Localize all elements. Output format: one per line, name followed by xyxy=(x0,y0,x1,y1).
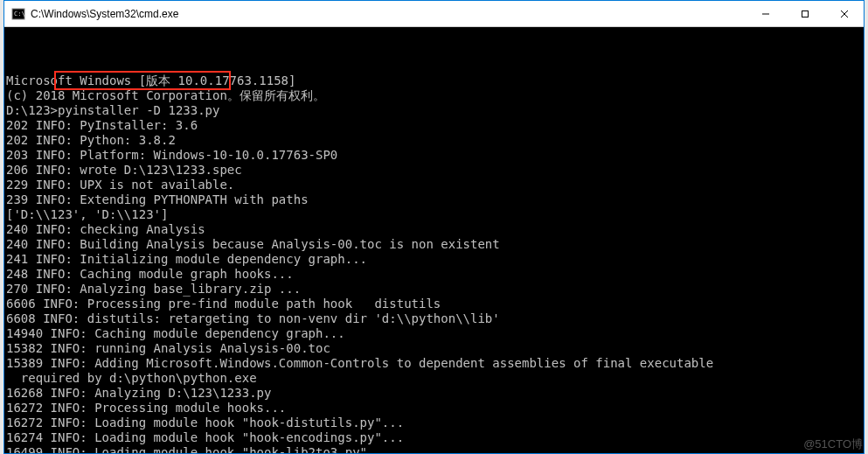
prompt-command: pyinstaller -D 1233.py xyxy=(58,103,219,118)
console-line: ['D:\\123', 'D:\\123'] xyxy=(4,207,864,222)
titlebar[interactable]: C:\ C:\Windows\System32\cmd.exe xyxy=(4,1,864,27)
console-line: 248 INFO: Caching module graph hooks... xyxy=(4,267,864,282)
console-line: 240 INFO: checking Analysis xyxy=(4,222,864,237)
console-output[interactable]: Microsoft Windows [版本 10.0.17763.1158](c… xyxy=(4,27,864,453)
svg-rect-3 xyxy=(802,10,808,17)
console-line: 239 INFO: Extending PYTHONPATH with path… xyxy=(4,192,864,207)
console-line: 16274 INFO: Loading module hook "hook-en… xyxy=(4,430,864,445)
prompt-line[interactable]: D:\123>pyinstaller -D 1233.py xyxy=(4,103,864,118)
close-button[interactable] xyxy=(824,1,864,26)
console-line: 16272 INFO: Loading module hook "hook-di… xyxy=(4,416,864,430)
prompt-prefix: D:\123> xyxy=(6,103,58,118)
cmd-icon: C:\ xyxy=(11,7,25,21)
console-line: 15382 INFO: running Analysis Analysis-00… xyxy=(4,341,864,356)
console-line: 15389 INFO: Adding Microsoft.Windows.Com… xyxy=(4,356,864,371)
console-line: 240 INFO: Building Analysis because Anal… xyxy=(4,237,864,252)
window-title: C:\Windows\System32\cmd.exe xyxy=(31,8,746,20)
console-line: 270 INFO: Analyzing base_library.zip ... xyxy=(4,282,864,297)
cmd-window: C:\ C:\Windows\System32\cmd.exe Microsof… xyxy=(3,0,865,454)
console-line: 241 INFO: Initializing module dependency… xyxy=(4,252,864,267)
console-line: 202 INFO: PyInstaller: 3.6 xyxy=(4,118,864,133)
console-line: (c) 2018 Microsoft Corporation。保留所有权利。 xyxy=(4,88,864,103)
console-line: Microsoft Windows [版本 10.0.17763.1158] xyxy=(4,73,864,88)
console-line: 6608 INFO: distutils: retargeting to non… xyxy=(4,311,864,326)
console-line: required by d:\python\python.exe xyxy=(4,371,864,386)
maximize-button[interactable] xyxy=(785,1,824,26)
minimize-button[interactable] xyxy=(746,1,785,26)
watermark: @51CTO博 xyxy=(803,437,863,452)
console-line: 202 INFO: Python: 3.8.2 xyxy=(4,133,864,148)
console-line: 206 INFO: wrote D:\123\1233.spec xyxy=(4,163,864,178)
console-line: 16268 INFO: Analyzing D:\123\1233.py xyxy=(4,386,864,401)
console-line: 16272 INFO: Processing module hooks... xyxy=(4,401,864,416)
svg-text:C:\: C:\ xyxy=(14,10,25,17)
console-line: 203 INFO: Platform: Windows-10-10.0.1776… xyxy=(4,148,864,163)
console-line: 14940 INFO: Caching module dependency gr… xyxy=(4,326,864,341)
console-line: 229 INFO: UPX is not available. xyxy=(4,178,864,192)
console-line: 16499 INFO: Loading module hook "hook-li… xyxy=(4,445,864,453)
window-controls xyxy=(746,1,864,26)
console-line: 6606 INFO: Processing pre-find module pa… xyxy=(4,297,864,311)
